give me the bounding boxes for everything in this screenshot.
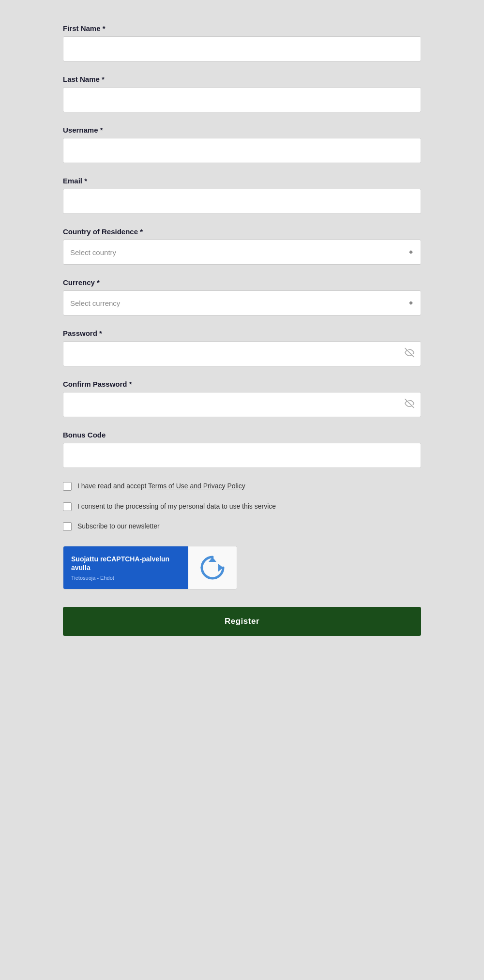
recaptcha-right xyxy=(188,546,237,589)
terms-checkbox[interactable] xyxy=(63,482,72,491)
recaptcha-sub-text: Tietosuoja - Ehdot xyxy=(71,575,181,581)
confirm-password-toggle-icon[interactable] xyxy=(405,399,414,411)
bonus-code-group: Bonus Code xyxy=(63,431,421,468)
newsletter-label: Subscribe to our newsletter xyxy=(77,522,160,531)
last-name-group: Last Name * xyxy=(63,75,421,112)
currency-select[interactable]: Select currency xyxy=(63,290,421,316)
bonus-code-label: Bonus Code xyxy=(63,431,421,439)
terms-label: I have read and accept Terms of Use and … xyxy=(77,482,245,491)
first-name-label: First Name * xyxy=(63,24,421,32)
last-name-label: Last Name * xyxy=(63,75,421,83)
confirm-password-wrapper xyxy=(63,392,421,417)
consent-checkbox-group: I consent to the processing of my person… xyxy=(63,502,421,512)
recaptcha-logo-icon xyxy=(200,555,225,580)
password-group: Password * xyxy=(63,329,421,366)
password-label: Password * xyxy=(63,329,421,337)
country-label: Country of Residence * xyxy=(63,227,421,236)
currency-label: Currency * xyxy=(63,278,421,286)
password-input[interactable] xyxy=(63,341,421,366)
email-input[interactable] xyxy=(63,189,421,214)
username-label: Username * xyxy=(63,126,421,134)
country-select[interactable]: Select country xyxy=(63,240,421,265)
bonus-code-input[interactable] xyxy=(63,443,421,468)
registration-form: First Name * Last Name * Username * Emai… xyxy=(53,19,431,655)
recaptcha-main-text: Suojattu reCAPTCHA-palvelun avulla xyxy=(71,555,181,572)
newsletter-checkbox[interactable] xyxy=(63,522,72,531)
recaptcha-widget[interactable]: Suojattu reCAPTCHA-palvelun avulla Tieto… xyxy=(63,546,237,589)
currency-group: Currency * Select currency xyxy=(63,278,421,316)
email-group: Email * xyxy=(63,177,421,214)
password-toggle-icon[interactable] xyxy=(405,348,414,360)
username-input[interactable] xyxy=(63,138,421,163)
terms-link[interactable]: Terms of Use and Privacy Policy xyxy=(148,482,245,490)
confirm-password-label: Confirm Password * xyxy=(63,380,421,388)
terms-checkbox-group: I have read and accept Terms of Use and … xyxy=(63,482,421,491)
recaptcha-sub-link[interactable]: Tietosuoja - Ehdot xyxy=(71,575,114,581)
checkboxes-section: I have read and accept Terms of Use and … xyxy=(63,482,421,531)
password-wrapper xyxy=(63,341,421,366)
country-group: Country of Residence * Select country xyxy=(63,227,421,265)
consent-checkbox[interactable] xyxy=(63,502,72,511)
last-name-input[interactable] xyxy=(63,87,421,112)
confirm-password-input[interactable] xyxy=(63,392,421,417)
email-label: Email * xyxy=(63,177,421,185)
newsletter-checkbox-group: Subscribe to our newsletter xyxy=(63,522,421,531)
consent-label: I consent to the processing of my person… xyxy=(77,502,276,512)
first-name-input[interactable] xyxy=(63,36,421,61)
confirm-password-group: Confirm Password * xyxy=(63,380,421,417)
username-group: Username * xyxy=(63,126,421,163)
first-name-group: First Name * xyxy=(63,24,421,61)
recaptcha-left: Suojattu reCAPTCHA-palvelun avulla Tieto… xyxy=(63,546,188,589)
register-button[interactable]: Register xyxy=(63,607,421,636)
